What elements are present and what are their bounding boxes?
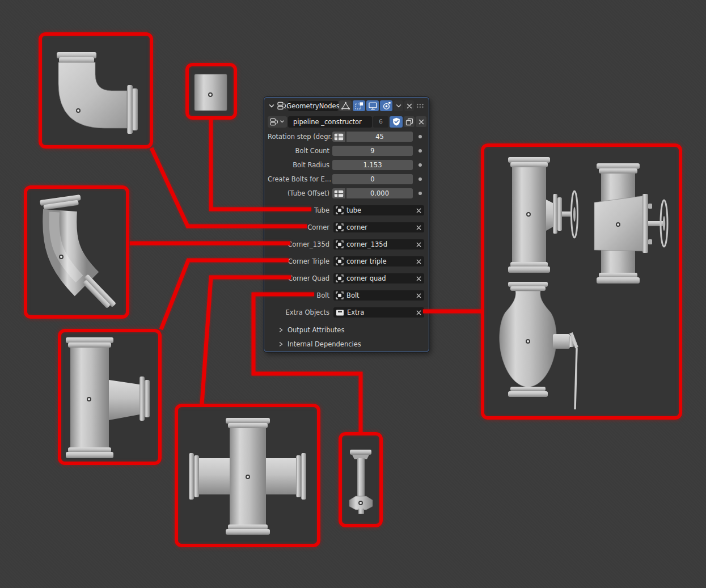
object-origin-dot[interactable] bbox=[246, 475, 250, 479]
connector-corner bbox=[151, 148, 307, 226]
object-origin-dot[interactable] bbox=[358, 501, 363, 505]
object-origin-dot[interactable] bbox=[208, 92, 213, 97]
object-origin-dot[interactable] bbox=[59, 255, 64, 259]
object-origin-dot[interactable] bbox=[87, 397, 91, 401]
object-origin-dot[interactable] bbox=[526, 339, 530, 344]
callout-box-tube bbox=[185, 63, 237, 120]
callout-box-corner-triple bbox=[58, 329, 162, 465]
object-origin-dot[interactable] bbox=[76, 108, 81, 113]
connector-corner-quad bbox=[202, 277, 291, 404]
object-origin-dot[interactable] bbox=[616, 222, 620, 227]
connector-tube bbox=[211, 120, 311, 209]
blender-viewport: GeometryNodes bbox=[0, 0, 706, 588]
callout-box-corner-135d bbox=[24, 185, 129, 319]
callout-box-corner bbox=[39, 32, 153, 149]
object-origin-dot[interactable] bbox=[526, 212, 531, 217]
callout-box-extra-objects bbox=[481, 143, 682, 420]
callout-box-bolt bbox=[339, 432, 383, 527]
